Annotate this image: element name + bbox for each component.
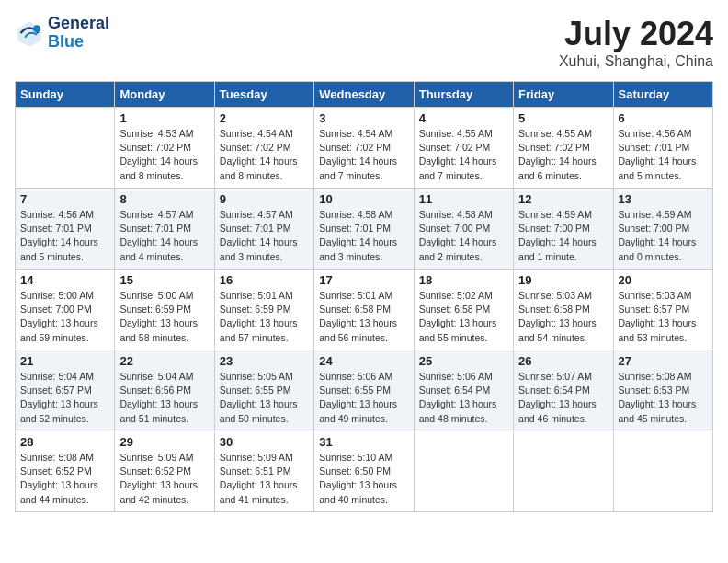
calendar-cell: 6Sunrise: 4:56 AMSunset: 7:01 PMDaylight…: [613, 108, 712, 189]
day-number: 26: [518, 354, 608, 368]
day-number: 22: [119, 354, 209, 368]
calendar-cell: 26Sunrise: 5:07 AMSunset: 6:54 PMDayligh…: [514, 350, 613, 431]
day-number: 29: [119, 435, 209, 449]
calendar-cell: 9Sunrise: 4:57 AMSunset: 7:01 PMDaylight…: [214, 189, 313, 270]
calendar-cell: 13Sunrise: 4:59 AMSunset: 7:00 PMDayligh…: [613, 189, 712, 270]
page-header: General Blue July 2024 Xuhui, Shanghai, …: [15, 15, 713, 70]
calendar-cell: 28Sunrise: 5:08 AMSunset: 6:52 PMDayligh…: [16, 431, 115, 512]
calendar-cell: 25Sunrise: 5:06 AMSunset: 6:54 PMDayligh…: [414, 350, 513, 431]
cell-info: Sunrise: 5:03 AMSunset: 6:58 PMDaylight:…: [518, 289, 608, 345]
day-number: 19: [518, 273, 608, 287]
calendar-cell: [514, 431, 613, 512]
calendar-cell: [16, 108, 115, 189]
col-wednesday: Wednesday: [314, 82, 414, 108]
cell-info: Sunrise: 4:58 AMSunset: 7:01 PMDaylight:…: [319, 208, 408, 264]
day-number: 1: [119, 111, 209, 125]
day-number: 21: [20, 354, 109, 368]
cell-info: Sunrise: 5:06 AMSunset: 6:55 PMDaylight:…: [319, 370, 408, 426]
cell-info: Sunrise: 4:54 AMSunset: 7:02 PMDaylight:…: [319, 127, 408, 183]
cell-info: Sunrise: 5:00 AMSunset: 7:00 PMDaylight:…: [20, 289, 109, 345]
day-number: 16: [220, 273, 309, 287]
day-number: 8: [119, 192, 209, 206]
cell-info: Sunrise: 5:10 AMSunset: 6:50 PMDaylight:…: [319, 451, 408, 507]
title-block: July 2024 Xuhui, Shanghai, China: [559, 15, 713, 70]
cell-info: Sunrise: 5:05 AMSunset: 6:55 PMDaylight:…: [220, 370, 309, 426]
week-row-1: 1Sunrise: 4:53 AMSunset: 7:02 PMDaylight…: [16, 108, 713, 189]
col-saturday: Saturday: [613, 82, 712, 108]
logo-icon: [15, 18, 44, 48]
col-monday: Monday: [115, 82, 214, 108]
day-number: 20: [619, 273, 708, 287]
calendar-cell: 23Sunrise: 5:05 AMSunset: 6:55 PMDayligh…: [214, 350, 313, 431]
cell-info: Sunrise: 4:57 AMSunset: 7:01 PMDaylight:…: [119, 208, 209, 264]
cell-info: Sunrise: 5:04 AMSunset: 6:57 PMDaylight:…: [20, 370, 109, 426]
calendar-cell: 1Sunrise: 4:53 AMSunset: 7:02 PMDaylight…: [115, 108, 214, 189]
day-number: 6: [619, 111, 708, 125]
cell-info: Sunrise: 4:56 AMSunset: 7:01 PMDaylight:…: [20, 208, 109, 264]
logo-blue: Blue: [48, 32, 84, 51]
calendar-cell: [414, 431, 513, 512]
day-number: 10: [319, 192, 408, 206]
month-title: July 2024: [559, 15, 713, 53]
day-number: 18: [419, 273, 508, 287]
cell-info: Sunrise: 4:53 AMSunset: 7:02 PMDaylight:…: [119, 127, 209, 183]
calendar-cell: 19Sunrise: 5:03 AMSunset: 6:58 PMDayligh…: [514, 270, 613, 350]
day-number: 15: [119, 273, 209, 287]
cell-info: Sunrise: 5:07 AMSunset: 6:54 PMDaylight:…: [518, 370, 608, 426]
logo-general: General: [48, 14, 109, 32]
day-number: 24: [319, 354, 408, 368]
cell-info: Sunrise: 5:03 AMSunset: 6:57 PMDaylight:…: [619, 289, 708, 345]
cell-info: Sunrise: 4:59 AMSunset: 7:00 PMDaylight:…: [619, 208, 708, 264]
calendar-cell: 14Sunrise: 5:00 AMSunset: 7:00 PMDayligh…: [16, 270, 115, 350]
calendar-cell: 21Sunrise: 5:04 AMSunset: 6:57 PMDayligh…: [16, 350, 115, 431]
location: Xuhui, Shanghai, China: [559, 53, 713, 70]
day-number: 11: [419, 192, 508, 206]
cell-info: Sunrise: 5:01 AMSunset: 6:59 PMDaylight:…: [220, 289, 309, 345]
day-number: 30: [220, 435, 309, 449]
cell-info: Sunrise: 4:56 AMSunset: 7:01 PMDaylight:…: [619, 127, 708, 183]
cell-info: Sunrise: 5:08 AMSunset: 6:53 PMDaylight:…: [619, 370, 708, 426]
day-number: 23: [220, 354, 309, 368]
cell-info: Sunrise: 4:57 AMSunset: 7:01 PMDaylight:…: [220, 208, 309, 264]
day-number: 28: [20, 435, 109, 449]
calendar-cell: 3Sunrise: 4:54 AMSunset: 7:02 PMDaylight…: [314, 108, 414, 189]
cell-info: Sunrise: 5:04 AMSunset: 6:56 PMDaylight:…: [119, 370, 209, 426]
col-sunday: Sunday: [16, 82, 115, 108]
calendar-cell: 7Sunrise: 4:56 AMSunset: 7:01 PMDaylight…: [16, 189, 115, 270]
calendar-cell: 10Sunrise: 4:58 AMSunset: 7:01 PMDayligh…: [314, 189, 414, 270]
logo: General Blue: [15, 15, 109, 52]
calendar-cell: 16Sunrise: 5:01 AMSunset: 6:59 PMDayligh…: [214, 270, 313, 350]
calendar-cell: 17Sunrise: 5:01 AMSunset: 6:58 PMDayligh…: [314, 270, 414, 350]
cell-info: Sunrise: 4:54 AMSunset: 7:02 PMDaylight:…: [220, 127, 309, 183]
day-number: 5: [518, 111, 608, 125]
week-row-3: 14Sunrise: 5:00 AMSunset: 7:00 PMDayligh…: [16, 270, 713, 350]
cell-info: Sunrise: 4:55 AMSunset: 7:02 PMDaylight:…: [419, 127, 508, 183]
calendar-cell: 2Sunrise: 4:54 AMSunset: 7:02 PMDaylight…: [214, 108, 313, 189]
col-friday: Friday: [514, 82, 613, 108]
day-number: 17: [319, 273, 408, 287]
calendar-header-row: SundayMondayTuesdayWednesdayThursdayFrid…: [16, 82, 713, 108]
day-number: 7: [20, 192, 109, 206]
calendar-cell: 15Sunrise: 5:00 AMSunset: 6:59 PMDayligh…: [115, 270, 214, 350]
calendar-cell: 11Sunrise: 4:58 AMSunset: 7:00 PMDayligh…: [414, 189, 513, 270]
day-number: 13: [619, 192, 708, 206]
col-thursday: Thursday: [414, 82, 513, 108]
day-number: 12: [518, 192, 608, 206]
calendar-cell: 20Sunrise: 5:03 AMSunset: 6:57 PMDayligh…: [613, 270, 712, 350]
week-row-2: 7Sunrise: 4:56 AMSunset: 7:01 PMDaylight…: [16, 189, 713, 270]
calendar-cell: 22Sunrise: 5:04 AMSunset: 6:56 PMDayligh…: [115, 350, 214, 431]
calendar-cell: 18Sunrise: 5:02 AMSunset: 6:58 PMDayligh…: [414, 270, 513, 350]
cell-info: Sunrise: 4:59 AMSunset: 7:00 PMDaylight:…: [518, 208, 608, 264]
calendar-cell: 29Sunrise: 5:09 AMSunset: 6:52 PMDayligh…: [115, 431, 214, 512]
calendar-cell: 24Sunrise: 5:06 AMSunset: 6:55 PMDayligh…: [314, 350, 414, 431]
day-number: 27: [619, 354, 708, 368]
calendar-cell: 12Sunrise: 4:59 AMSunset: 7:00 PMDayligh…: [514, 189, 613, 270]
day-number: 4: [419, 111, 508, 125]
week-row-4: 21Sunrise: 5:04 AMSunset: 6:57 PMDayligh…: [16, 350, 713, 431]
day-number: 25: [419, 354, 508, 368]
day-number: 3: [319, 111, 408, 125]
cell-info: Sunrise: 5:02 AMSunset: 6:58 PMDaylight:…: [419, 289, 508, 345]
col-tuesday: Tuesday: [214, 82, 313, 108]
calendar-cell: [613, 431, 712, 512]
day-number: 9: [220, 192, 309, 206]
